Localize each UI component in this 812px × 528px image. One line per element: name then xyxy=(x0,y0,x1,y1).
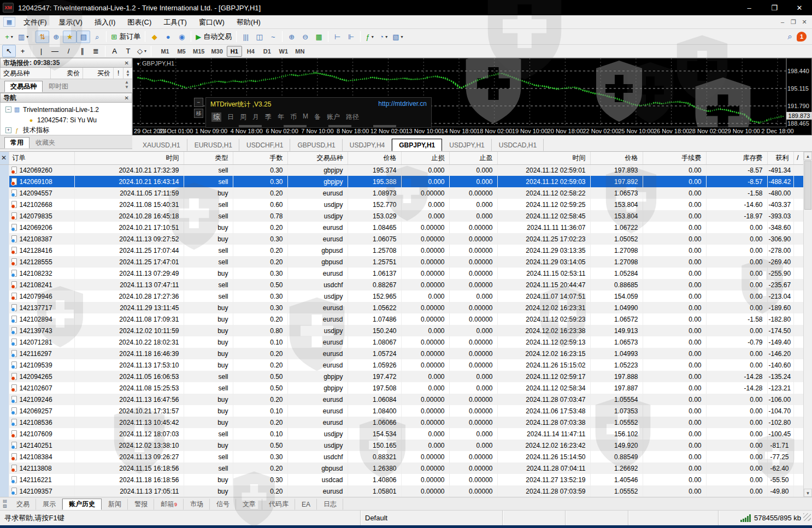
zoom-out-button[interactable]: ⊖ xyxy=(298,31,312,43)
terminal-tab-EA[interactable]: EA xyxy=(295,499,317,510)
order-row[interactable]: 1420798352024.10.28 16:45:18sell0.78usdj… xyxy=(0,210,803,222)
navigator-button[interactable]: ★ xyxy=(63,31,77,43)
navigator-close-icon[interactable]: ✕ xyxy=(125,95,129,101)
column-header-8[interactable]: 时间 xyxy=(497,152,590,164)
order-row[interactable]: 1421082412024.11.13 07:47:11sell0.50usdc… xyxy=(0,279,803,290)
child-minimize-button[interactable]: – xyxy=(777,17,788,27)
menu-item-4[interactable]: 工具(T) xyxy=(157,15,193,29)
scrollbar-thumb[interactable] xyxy=(804,161,811,210)
terminal-tab-邮箱[interactable]: 邮箱9 xyxy=(154,499,184,510)
terminal-tab-交易[interactable]: 交易 xyxy=(10,499,36,510)
tile-windows-button[interactable]: ▦ xyxy=(312,31,326,43)
dropdown-arrow-icon[interactable]: ▾ xyxy=(26,34,28,39)
order-row[interactable]: 1421093572024.11.13 17:05:11buy0.20eurus… xyxy=(0,485,803,497)
chart-canvas[interactable]: ▼ GBPJPY,H1 198.440195.115191.790188.465… xyxy=(132,58,812,135)
order-row[interactable]: 1420691082024.10.21 16:43:14sell0.30gbpj… xyxy=(0,176,803,187)
dropdown-arrow-icon[interactable]: ▾ xyxy=(385,34,387,39)
order-row[interactable]: 1421076092024.11.12 18:07:03sell0.10usdj… xyxy=(0,428,803,440)
terminal-tab-警报[interactable]: 警报 xyxy=(128,499,154,510)
mtdriver-menu-周[interactable]: 周 xyxy=(240,112,246,122)
fibonacci-button[interactable]: ≣ xyxy=(89,45,103,57)
navigator-scroll-arrows[interactable]: ▲▼ xyxy=(123,80,131,90)
order-row[interactable]: 1420692602024.10.21 17:32:39sell0.30gbpj… xyxy=(0,164,803,176)
order-row[interactable]: 1420945572024.11.05 17:11:59buy0.20eurus… xyxy=(0,187,803,199)
nav-tab-common[interactable]: 常用 xyxy=(4,137,30,149)
table-scrollbar[interactable]: ▲ ▼ xyxy=(803,152,812,497)
text-button[interactable]: A xyxy=(108,45,121,57)
child-restore-button[interactable]: ❐ xyxy=(788,17,799,27)
column-header-3[interactable]: 手数 xyxy=(233,152,287,164)
column-header-2[interactable]: 类型 xyxy=(184,152,233,164)
navigator-node-1[interactable]: ●12042547: Si Yu Wu xyxy=(1,115,132,125)
terminal-tab-账户历史[interactable]: 账户历史 xyxy=(62,499,102,510)
dropdown-arrow-icon[interactable]: ▾ xyxy=(372,34,374,39)
menu-item-5[interactable]: 窗口(W) xyxy=(193,15,231,29)
maximize-button[interactable]: ❐ xyxy=(762,0,787,15)
mw-col-bid[interactable]: 卖价 xyxy=(51,68,84,79)
mw-tab-tick-chart[interactable]: 即时图 xyxy=(43,81,74,92)
dropdown-arrow-icon[interactable]: ▾ xyxy=(144,49,146,54)
mtdriver-menu-综[interactable]: 综 xyxy=(211,112,221,122)
mtdriver-link[interactable]: http://mtdriver.cn xyxy=(378,100,427,109)
horizontal-line-button[interactable]: — xyxy=(48,45,62,57)
timeframe-w1-button[interactable]: W1 xyxy=(276,46,291,57)
chart-tab-usdjpy-h1[interactable]: USDJPY,H1 xyxy=(442,139,491,151)
mtdriver-menu-账户[interactable]: 账户 xyxy=(327,112,340,122)
crosshair-button[interactable]: + xyxy=(16,45,30,57)
mw-col-alert[interactable]: ! xyxy=(114,68,123,79)
timeframe-m5-button[interactable]: M5 xyxy=(174,46,189,57)
zoom-in-button[interactable]: ⊕ xyxy=(285,31,298,43)
order-row[interactable]: 1420942652024.11.05 16:06:53sell0.50gbpj… xyxy=(0,371,803,382)
scroll-down-icon[interactable]: ▼ xyxy=(804,489,812,497)
dropdown-arrow-icon[interactable]: ▾ xyxy=(11,34,13,39)
terminal-tab-代码库[interactable]: 代码库 xyxy=(262,499,295,510)
mtdriver-menu-月[interactable]: 月 xyxy=(252,112,259,122)
chart-tab-eurusd-h1[interactable]: EURUSD,H1 xyxy=(187,139,239,151)
channel-button[interactable]: ∥ xyxy=(75,45,89,57)
timeframe-m1-button[interactable]: M1 xyxy=(157,46,173,57)
menu-item-0[interactable]: 文件(F) xyxy=(17,15,53,29)
profiles-button[interactable]: ▥▾ xyxy=(16,31,31,43)
child-close-button[interactable]: ✕ xyxy=(799,17,810,27)
terminal-tab-日志[interactable]: 日志 xyxy=(317,499,343,510)
mtdriver-menu-M[interactable]: M xyxy=(303,112,308,122)
trendline-button[interactable]: / xyxy=(62,45,75,57)
mtdriver-menu-日[interactable]: 日 xyxy=(227,112,234,122)
indicators-button[interactable]: ƒ▾ xyxy=(363,31,376,43)
mtdriver-move-button[interactable]: 移 xyxy=(194,109,203,118)
column-header-7[interactable]: 止盈 xyxy=(449,152,497,164)
mtdriver-menu-币[interactable]: 币 xyxy=(290,112,297,122)
vertical-line-button[interactable]: | xyxy=(34,45,48,57)
metaeditor-button[interactable]: ◆ xyxy=(148,31,161,43)
timeframe-h4-button[interactable]: H4 xyxy=(243,46,258,57)
navigator-node-0[interactable]: −▥TriveInternational-Live-1.2 xyxy=(1,104,132,115)
strategy-tester-button[interactable]: ⌕ xyxy=(90,31,104,43)
timeframe-m30-button[interactable]: M30 xyxy=(208,46,225,57)
order-row[interactable]: 1421083842024.11.13 09:26:27sell0.30usdc… xyxy=(0,451,803,462)
column-header-5[interactable]: 价格 xyxy=(348,152,401,164)
mw-col-symbol[interactable]: 交易品种 xyxy=(1,68,51,79)
chart-tab-usdchf-h1[interactable]: USDCHF,H1 xyxy=(239,139,290,151)
minimize-button[interactable]: – xyxy=(737,0,762,15)
collapse-icon[interactable]: − xyxy=(5,106,11,112)
order-row[interactable]: 1421402512024.12.02 13:38:10buy0.50usdjp… xyxy=(0,440,803,451)
notifications-icon[interactable]: 1 xyxy=(797,32,807,41)
chart-tab-usdcad-h1[interactable]: USDCAD,H1 xyxy=(492,139,544,151)
order-row[interactable]: 1420712812024.10.22 18:02:31buy0.10eurus… xyxy=(0,336,803,348)
terminal-tab-新闻[interactable]: 新闻 xyxy=(102,499,128,510)
order-row[interactable]: 1421085362024.11.13 10:45:42buy0.20eurus… xyxy=(0,417,803,428)
templates-button[interactable]: ▧▾ xyxy=(390,31,405,43)
order-row[interactable]: 1421028942024.11.08 17:09:31buy0.20eurus… xyxy=(0,313,803,325)
resize-grip[interactable] xyxy=(803,513,811,521)
terminal-tab-信号[interactable]: 信号 xyxy=(210,499,236,510)
mtdriver-minimize-button[interactable]: − xyxy=(194,98,203,107)
order-row[interactable]: 1420692062024.10.21 17:10:51buy0.20eurus… xyxy=(0,222,803,233)
chart-tab-gbpusd-h1[interactable]: GBPUSD,H1 xyxy=(290,139,342,151)
column-header-sort[interactable]: / xyxy=(793,152,803,164)
mtdriver-menu-季[interactable]: 季 xyxy=(265,112,272,122)
line-chart-button[interactable]: ~ xyxy=(266,31,280,43)
mtdriver-menu-备[interactable]: 备 xyxy=(314,112,321,122)
status-profile[interactable]: Default xyxy=(361,511,503,525)
terminal-close-icon[interactable]: ✕ xyxy=(0,152,9,164)
column-header-12[interactable]: 获利 xyxy=(767,152,793,164)
